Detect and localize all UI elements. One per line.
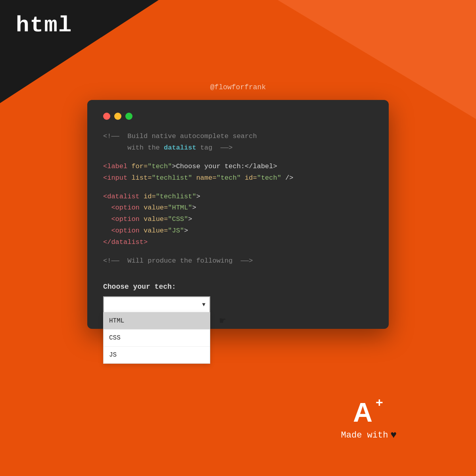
code-spacer-2	[103, 184, 373, 191]
svg-text:+: +	[376, 397, 383, 409]
code-option-js: <option value="JS">	[103, 225, 373, 237]
dropdown-item-html[interactable]: HTML ☛	[104, 313, 210, 330]
heart-icon: ♥	[390, 429, 397, 441]
logo-text: Made with ♥	[341, 429, 397, 441]
input-wrapper: ▼ HTML ☛ CSS JS	[103, 296, 210, 313]
html-label: html	[16, 13, 72, 38]
code-datalist-close: </datalist>	[103, 237, 373, 248]
username: @flowforfrank	[210, 83, 266, 91]
made-with-text: Made with	[341, 430, 388, 440]
demo-area: Choose your tech: ▼ HTML ☛ CSS JS	[87, 283, 389, 329]
demo-label: Choose your tech:	[103, 283, 373, 291]
traffic-lights	[103, 113, 373, 120]
demo-input[interactable]	[103, 296, 210, 313]
dropdown-item-js[interactable]: JS	[104, 347, 210, 363]
code-label-line: <label for="tech">Choose your tech:</lab…	[103, 161, 373, 173]
code-datalist-open: <datalist id="techlist">	[103, 191, 373, 203]
code-comment-3: <!—— Will produce the following ——>	[103, 255, 373, 267]
code-window: <!—— Build native autocomplete search wi…	[87, 100, 389, 329]
svg-text:A: A	[353, 397, 372, 425]
html-label-text: html	[16, 13, 72, 38]
bottom-logo: A + Made with ♥	[341, 395, 397, 441]
code-input-line: <input list="techlist" name="tech" id="t…	[103, 173, 373, 184]
code-option-css: <option value="CSS">	[103, 214, 373, 225]
dropdown-list: HTML ☛ CSS JS	[103, 312, 210, 364]
code-comment-1: <!—— Build native autocomplete search	[103, 131, 373, 142]
traffic-light-green[interactable]	[125, 113, 132, 120]
code-comment-2: with the datalist tag ——>	[103, 142, 373, 154]
window-body: <!—— Build native autocomplete search wi…	[87, 100, 389, 283]
dropdown-item-css-text: CSS	[109, 334, 121, 342]
dropdown-item-js-text: JS	[109, 351, 117, 359]
username-text: @flowforfrank	[210, 83, 266, 91]
cursor-hand-icon: ☛	[219, 315, 226, 327]
dropdown-item-css[interactable]: CSS	[104, 330, 210, 347]
dropdown-item-html-text: HTML	[109, 317, 124, 324]
code-option-html: <option value="HTML">	[103, 202, 373, 214]
traffic-light-yellow[interactable]	[114, 113, 121, 120]
traffic-light-red[interactable]	[103, 113, 110, 120]
code-spacer-1	[103, 154, 373, 161]
code-spacer-3	[103, 248, 373, 255]
code-block: <!—— Build native autocomplete search wi…	[103, 131, 373, 267]
logo-aplus: A +	[353, 395, 385, 427]
